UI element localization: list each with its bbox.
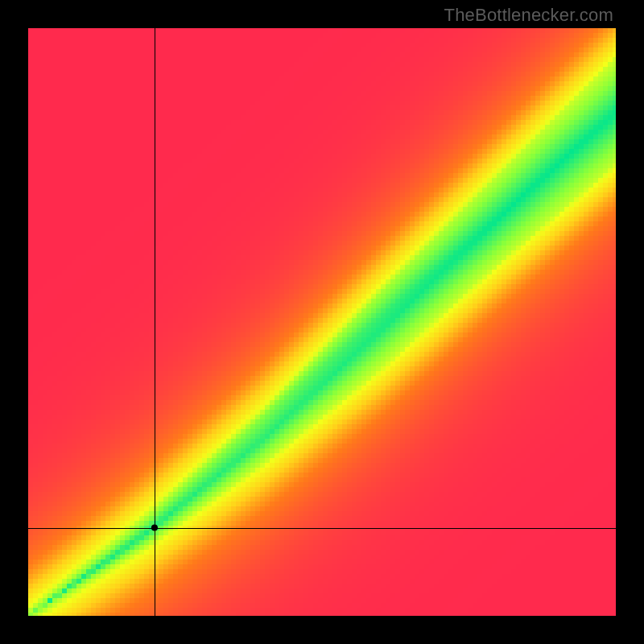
watermark-text: TheBottlenecker.com xyxy=(444,5,613,26)
bottleneck-heatmap-canvas xyxy=(28,28,616,616)
chart-frame xyxy=(28,28,616,616)
